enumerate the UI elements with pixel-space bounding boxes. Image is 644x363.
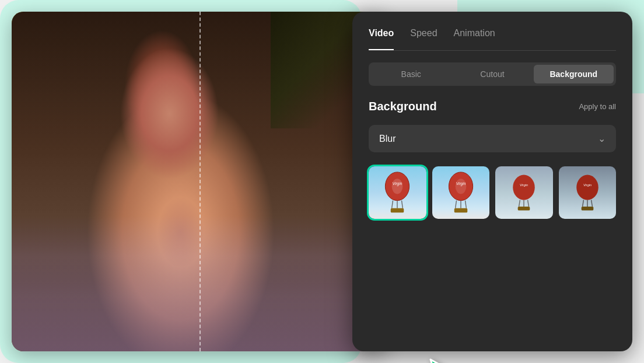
blur-dropdown[interactable]: Blur ⌄	[369, 125, 616, 152]
balloon-image-2: Virgin	[432, 166, 490, 219]
svg-marker-28	[430, 359, 456, 363]
tab-speed[interactable]: Speed	[410, 28, 437, 43]
tab-animation[interactable]: Animation	[454, 28, 495, 43]
subtab-background[interactable]: Background	[534, 65, 614, 83]
svg-line-4	[402, 200, 403, 208]
svg-line-12	[465, 200, 466, 208]
subtab-basic[interactable]: Basic	[371, 65, 451, 83]
svg-rect-26	[581, 206, 593, 210]
svg-line-25	[591, 200, 592, 206]
section-header: Background Apply to all	[369, 100, 616, 113]
balloon-svg-4: Virgin	[570, 171, 605, 215]
svg-text:Virgin: Virgin	[583, 183, 592, 187]
crop-line	[200, 12, 201, 351]
section-title: Background	[369, 100, 437, 113]
tab-video[interactable]: Video	[369, 28, 394, 43]
dropdown-label: Blur	[379, 134, 396, 144]
svg-line-17	[519, 200, 520, 206]
balloon-image-3: Virgin	[495, 166, 553, 219]
svg-point-6	[392, 179, 403, 194]
photo-background	[12, 12, 387, 351]
thumbnail-3[interactable]: Virgin	[495, 166, 553, 219]
subtabs: Basic Cutout Background	[369, 62, 616, 86]
svg-line-2	[392, 200, 393, 208]
svg-text:Virgin: Virgin	[456, 182, 466, 186]
svg-text:Virgin: Virgin	[520, 183, 528, 187]
svg-point-16	[513, 174, 536, 200]
balloon-svg-1: Virgin	[380, 171, 415, 215]
svg-rect-13	[454, 208, 468, 212]
svg-rect-20	[518, 206, 530, 210]
thumbnail-4[interactable]: Virgin	[559, 166, 617, 219]
main-content: Video Speed Animation Basic Cutout Backg…	[12, 12, 632, 351]
thumbnail-1[interactable]: Virgin	[369, 166, 426, 219]
svg-point-22	[576, 174, 598, 200]
svg-line-19	[528, 200, 529, 206]
thumbnails-row: Virgin	[369, 166, 616, 219]
svg-line-10	[455, 200, 456, 208]
balloon-image-1: Virgin	[369, 166, 426, 219]
scene: Video Speed Animation Basic Cutout Backg…	[0, 0, 644, 363]
thumbnail-2[interactable]: Virgin	[432, 166, 490, 219]
svg-point-14	[455, 179, 466, 194]
chevron-down-icon: ⌄	[598, 133, 606, 144]
balloon-image-4: Virgin	[559, 166, 617, 219]
main-tabs: Video Speed Animation	[369, 28, 616, 51]
svg-text:Virgin: Virgin	[393, 182, 402, 186]
right-panel: Video Speed Animation Basic Cutout Backg…	[352, 12, 632, 351]
svg-rect-5	[391, 208, 404, 212]
svg-line-23	[582, 200, 583, 206]
balloon-svg-3: Virgin	[506, 171, 541, 215]
subtab-cutout[interactable]: Cutout	[452, 65, 532, 83]
apply-all-link[interactable]: Apply to all	[579, 102, 616, 111]
balloon-svg-2: Virgin	[443, 171, 478, 215]
photo-area	[12, 12, 387, 351]
